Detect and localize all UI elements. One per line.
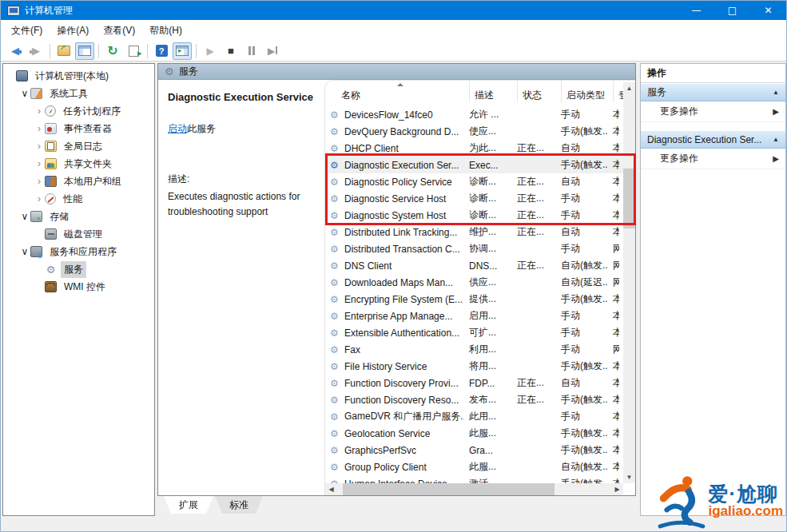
service-gear-icon: ⚙	[330, 462, 343, 473]
tree-item-label: 服务	[61, 261, 86, 278]
export-list-button[interactable]	[124, 42, 143, 60]
tree-item-任务计划程序[interactable]: ›任务计划程序	[3, 102, 154, 120]
service-status-cell: 正在...	[512, 393, 556, 407]
column-header-名称[interactable]: 名称	[325, 81, 469, 102]
forward-button[interactable]	[26, 42, 46, 60]
service-row[interactable]: ⚙Diagnostic Execution Ser...Exec...手动(触发…	[325, 157, 623, 173]
tree-item-服务和应用程序[interactable]: ∨服务和应用程序	[3, 243, 154, 260]
chevron-right-icon[interactable]: ›	[34, 176, 45, 187]
close-button[interactable]: ✕	[750, 1, 786, 20]
chevron-right-icon[interactable]: ›	[34, 158, 45, 169]
scroll-right-icon[interactable]: ▶	[611, 483, 623, 495]
chevron-down-icon[interactable]: ∨	[19, 246, 30, 257]
service-row[interactable]: ⚙DNS ClientDNS...正在...自动(触发...网	[325, 257, 623, 274]
column-header-状态[interactable]: 状态	[517, 81, 561, 102]
scroll-down-icon[interactable]: ▼	[623, 471, 635, 483]
service-row[interactable]: ⚙Function Discovery Provi...FDP...正在...自…	[325, 375, 623, 391]
show-console-tree-button[interactable]	[75, 42, 94, 60]
tree-item-存储[interactable]: ∨存储	[3, 208, 154, 225]
service-row[interactable]: ⚙Encrypting File System (E...提供...手动(触发.…	[325, 291, 623, 308]
service-name: Fax	[343, 344, 464, 355]
service-startup-type-cell: 自动(触发...	[556, 460, 608, 474]
action-item-更多操作[interactable]: 更多操作▶	[641, 101, 785, 122]
menu-item-文[interactable]: 文件(F)	[4, 21, 50, 41]
start-service-link[interactable]: 启动	[168, 123, 187, 134]
service-description-cell: 协调...	[464, 242, 512, 256]
service-row[interactable]: ⚙Distributed Transaction C...协调...手动网	[325, 240, 623, 257]
server-icon	[30, 246, 42, 257]
pause-service-button[interactable]	[242, 42, 261, 60]
service-gear-icon: ⚙	[330, 277, 343, 288]
service-gear-icon: ⚙	[330, 328, 343, 339]
service-row[interactable]: ⚙Diagnostic System Host诊断...正在...手动本	[325, 207, 623, 224]
service-gear-icon: ⚙	[330, 395, 343, 406]
action-item-更多操作[interactable]: 更多操作▶	[641, 149, 785, 169]
menu-item-查[interactable]: 查看(V)	[96, 21, 142, 41]
tree-item-系统工具[interactable]: ∨系统工具	[3, 85, 154, 102]
service-row[interactable]: ⚙Group Policy Client此服...自动(触发...本	[325, 459, 623, 475]
tree-item-性能[interactable]: ›性能	[3, 190, 154, 208]
service-row[interactable]: ⚙DHCP Client为此...正在...自动本	[325, 140, 623, 157]
service-row[interactable]: ⚙File History Service将用...手动(触发...本	[325, 358, 623, 375]
service-row[interactable]: ⚙GameDVR 和广播用户服务...此用...手动本	[325, 408, 623, 425]
chevron-down-icon[interactable]: ∨	[19, 211, 30, 222]
tree-item-磁盘管理[interactable]: 磁盘管理	[3, 225, 154, 243]
column-header-启动类型[interactable]: 启动类型	[561, 81, 613, 102]
service-startup-type-cell: 自动(延迟...	[556, 276, 608, 289]
tree-item-label: 事件查看器	[61, 121, 115, 137]
horizontal-scrollbar-thumb[interactable]	[343, 483, 554, 495]
service-row[interactable]: ⚙Fax利用...手动网	[325, 341, 623, 358]
menu-item-帮[interactable]: 帮助(H)	[142, 21, 189, 41]
chevron-right-icon[interactable]: ›	[34, 193, 45, 204]
service-logon-cell: 本	[608, 158, 619, 172]
vertical-scrollbar[interactable]: ▲ ▼	[623, 82, 635, 483]
open-folder-button[interactable]	[54, 42, 74, 60]
chevron-right-icon[interactable]: ›	[34, 123, 45, 134]
service-row[interactable]: ⚙Downloaded Maps Man...供应...自动(延迟...网	[325, 274, 623, 291]
service-row[interactable]: ⚙Extensible Authentication...可扩...手动本	[325, 324, 623, 341]
show-action-pane-button[interactable]	[173, 42, 192, 60]
action-section-header[interactable]: Diagnostic Execution Ser...▲	[641, 130, 785, 149]
tree-item-共享文件夹[interactable]: ›共享文件夹	[3, 155, 154, 173]
menu-item-操[interactable]: 操作(A)	[50, 21, 96, 41]
tree-item-服务[interactable]: ⚙服务	[3, 260, 154, 278]
service-row[interactable]: ⚙DevicesFlow_14fce0允许 ...手动本	[325, 106, 623, 123]
tree-item-计算机管理(本地)[interactable]: 计算机管理(本地)	[3, 67, 154, 85]
maximize-button[interactable]: □	[714, 1, 750, 20]
service-row[interactable]: ⚙Diagnostic Service Host诊断...正在...手动本	[325, 190, 623, 207]
minimize-button[interactable]: —	[678, 1, 714, 20]
back-button[interactable]	[6, 42, 25, 60]
service-row[interactable]: ⚙Diagnostic Policy Service诊断...正在...自动本	[325, 173, 623, 190]
chevron-right-icon[interactable]: ›	[34, 105, 45, 117]
service-row[interactable]: ⚙GraphicsPerfSvcGra...手动(触发...本	[325, 442, 623, 459]
stop-service-button[interactable]	[221, 42, 240, 60]
refresh-button[interactable]	[103, 42, 122, 60]
tab-扩展[interactable]: 扩展	[164, 496, 213, 514]
start-service-button[interactable]	[201, 42, 220, 60]
service-row[interactable]: ⚙Enterprise App Manage...启用...手动本	[325, 308, 623, 324]
tree-item-事件查看器[interactable]: ›事件查看器	[3, 120, 154, 137]
scroll-left-icon[interactable]: ◀	[325, 483, 337, 495]
action-item-label: 更多操作	[660, 152, 773, 165]
vertical-scrollbar-thumb[interactable]	[623, 169, 635, 228]
service-row[interactable]: ⚙DevQuery Background D...使应...手动(触发...本	[325, 123, 623, 140]
restart-service-button[interactable]	[263, 42, 282, 60]
tab-标准[interactable]: 标准	[215, 496, 263, 514]
action-section-header[interactable]: 服务▲	[641, 83, 785, 101]
tree-item-WMI 控件[interactable]: WMI 控件	[3, 278, 154, 296]
service-row[interactable]: ⚙Geolocation Service此服...手动(触发...本	[325, 425, 623, 442]
help-button[interactable]	[152, 42, 171, 60]
service-row[interactable]: ⚙Function Discovery Reso...发布...正在...手动(…	[325, 391, 623, 408]
chevron-right-icon[interactable]: ›	[34, 141, 45, 152]
service-row[interactable]: ⚙Human Interface Device激活手动(触发本	[325, 475, 623, 483]
service-row[interactable]: ⚙Distributed Link Tracking...维护...正在...自…	[325, 224, 623, 240]
tree-item-本地用户和组[interactable]: ›本地用户和组	[3, 173, 154, 190]
column-header-描述[interactable]: 描述	[469, 81, 517, 102]
chevron-down-icon[interactable]: ∨	[19, 88, 30, 99]
scroll-up-icon[interactable]: ▲	[623, 82, 635, 94]
service-logon-cell: 本	[608, 192, 619, 205]
tree-item-全局日志[interactable]: ›全局日志	[3, 137, 154, 155]
horizontal-scrollbar[interactable]: ◀ ▶	[325, 483, 623, 495]
service-name: Enterprise App Manage...	[343, 311, 464, 322]
service-description-cell: Gra...	[464, 445, 512, 456]
